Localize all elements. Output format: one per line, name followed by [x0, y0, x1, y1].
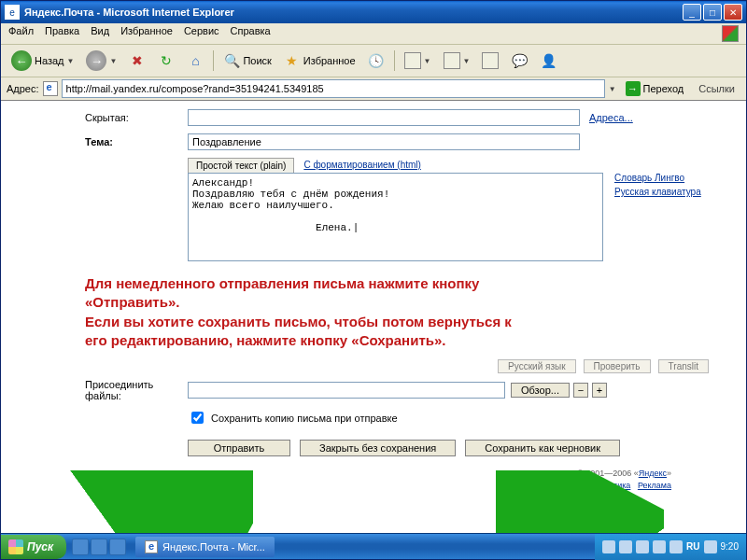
close-nosave-button[interactable]: Закрыть без сохранения [300, 440, 456, 456]
stop-button[interactable]: ✖ [124, 49, 150, 72]
mail-icon [404, 52, 421, 69]
history-icon: 🕓 [368, 52, 385, 69]
yandex-link[interactable]: Яндекс [639, 469, 667, 478]
go-arrow-icon: → [626, 81, 641, 96]
quick-launch-icon[interactable] [109, 539, 126, 555]
menu-edit[interactable]: Правка [45, 25, 79, 42]
send-button[interactable]: Отправить [188, 440, 290, 456]
favorites-button[interactable]: ★ Избранное [279, 49, 360, 72]
back-button[interactable]: ← Назад ▼ [7, 48, 78, 74]
edit-icon [482, 52, 499, 69]
search-button[interactable]: 🔍 Поиск [218, 49, 275, 72]
refresh-icon: ↻ [158, 52, 175, 69]
feedback-link[interactable]: Обратная связь [517, 481, 579, 490]
lang-button[interactable]: Русский язык [498, 359, 575, 373]
home-icon: ⌂ [187, 52, 204, 69]
go-button[interactable]: → Переход [620, 80, 690, 97]
hidden-input[interactable] [188, 109, 580, 126]
quick-launch-icon[interactable] [72, 539, 89, 555]
stop-icon: ✖ [129, 52, 146, 69]
refresh-button[interactable]: ↻ [153, 49, 179, 72]
quick-launch [66, 539, 132, 555]
messenger-button[interactable]: 👤 [535, 49, 561, 72]
tab-plain[interactable]: Простой текст (plain) [188, 158, 294, 173]
toolbar-sep [213, 50, 214, 71]
quick-launch-icon[interactable] [91, 539, 107, 555]
attach-label: Присоединить файлы: [85, 379, 188, 401]
toolbar: ← Назад ▼ → ▼ ✖ ↻ ⌂ 🔍 Поиск ★ Избранное … [1, 45, 746, 77]
history-button[interactable]: 🕓 [363, 49, 389, 72]
menubar: Файл Правка Вид Избранное Сервис Справка [1, 23, 746, 45]
menu-view[interactable]: Вид [91, 25, 109, 42]
links-label[interactable]: Ссылки [693, 83, 740, 94]
windows-logo-icon [722, 25, 739, 42]
taskbar-item-ie[interactable]: Яндекс.Почта - Micr... [135, 537, 275, 557]
attach-remove-button[interactable]: − [573, 383, 588, 398]
forward-caret-icon: ▼ [109, 57, 117, 65]
back-caret-icon: ▼ [67, 57, 75, 65]
mail-button[interactable]: ▼ [400, 49, 436, 72]
attach-input[interactable] [188, 382, 505, 399]
forward-button[interactable]: → ▼ [81, 48, 121, 74]
tray-icon[interactable] [619, 540, 632, 553]
toolbar-sep2 [394, 50, 395, 71]
tray-icon[interactable] [704, 540, 717, 553]
message-body[interactable]: Александр! Поздравляю тебя с днём рожден… [188, 173, 603, 261]
close-button[interactable]: ✕ [724, 4, 742, 21]
mail-caret-icon: ▼ [424, 57, 431, 65]
discuss-icon: 💬 [511, 52, 528, 69]
footer-clean: Чистая почта [523, 469, 577, 478]
tab-html[interactable]: С форматированием (html) [296, 158, 429, 173]
subject-input[interactable] [188, 133, 580, 150]
menu-file[interactable]: Файл [8, 25, 34, 42]
ie-icon [145, 540, 158, 553]
tray-icon[interactable] [602, 540, 615, 553]
discuss-button[interactable]: 💬 [506, 49, 532, 72]
print-icon [444, 52, 460, 69]
tray-icon[interactable] [653, 540, 666, 553]
addresses-link[interactable]: Адреса... [589, 112, 633, 123]
save-draft-button[interactable]: Сохранить как черновик [465, 440, 620, 456]
lingvo-link[interactable]: Словарь Лингво [614, 173, 701, 183]
tray-icon[interactable] [669, 540, 683, 553]
system-tray: RU 9:20 [595, 534, 746, 560]
favorites-label: Избранное [303, 55, 356, 66]
translit-button[interactable]: Translit [658, 359, 709, 373]
spellcheck-button[interactable]: Проверить [584, 359, 651, 373]
print-caret-icon: ▼ [463, 57, 471, 65]
back-label: Назад [35, 55, 64, 66]
start-button[interactable]: Пуск [1, 535, 66, 559]
addressbar: Адрес: ▼ → Переход Ссылки [1, 77, 746, 101]
taskbar-item-label: Яндекс.Почта - Micr... [162, 541, 265, 553]
browse-button[interactable]: Обзор... [511, 383, 570, 398]
search-label: Поиск [243, 55, 271, 66]
address-caret-icon[interactable]: ▼ [609, 85, 616, 93]
edit-button[interactable] [477, 49, 503, 72]
address-label: Адрес: [7, 83, 39, 94]
start-label: Пуск [27, 540, 53, 553]
menu-favorites[interactable]: Избранное [120, 25, 173, 42]
save-copy-checkbox[interactable] [191, 412, 204, 424]
tray-icon[interactable] [636, 540, 649, 553]
print-button[interactable]: ▼ [439, 49, 475, 72]
search-icon: 🔍 [223, 52, 240, 69]
tray-lang[interactable]: RU [686, 541, 699, 552]
windows-start-icon [8, 539, 23, 554]
stats-link[interactable]: Статистика [586, 481, 630, 490]
page-icon [43, 81, 58, 96]
home-button[interactable]: ⌂ [182, 49, 208, 72]
footer-close-quote: » [667, 469, 671, 478]
address-input[interactable] [62, 79, 605, 98]
tray-clock: 9:20 [721, 541, 739, 552]
keyboard-link[interactable]: Русская клавиатура [614, 187, 701, 197]
menu-tools[interactable]: Сервис [184, 25, 219, 42]
attach-add-button[interactable]: + [592, 383, 607, 398]
go-label: Переход [643, 83, 684, 94]
star-icon: ★ [284, 52, 301, 69]
subject-label: Тема: [85, 136, 188, 147]
titlebar: e Яндекс.Почта - Microsoft Internet Expl… [1, 1, 746, 23]
ads-link[interactable]: Реклама [638, 481, 671, 490]
minimize-button[interactable]: _ [683, 4, 701, 21]
maximize-button[interactable]: □ [703, 4, 722, 21]
menu-help[interactable]: Справка [231, 25, 271, 42]
